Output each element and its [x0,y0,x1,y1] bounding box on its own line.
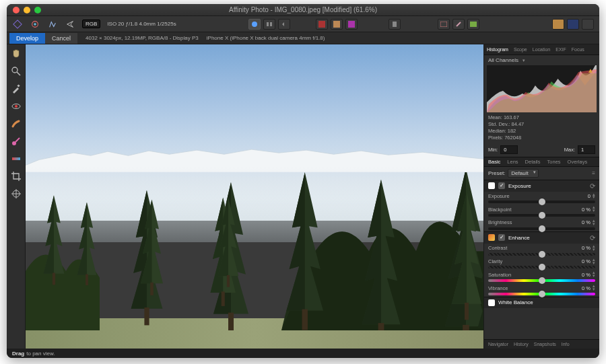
whitebalance-swatch [488,299,495,306]
overlay-toggle-button[interactable] [438,19,450,30]
enhance-panel-header[interactable]: ✓ Enhance ⟳ [484,231,599,244]
tab-focus[interactable]: Focus [572,47,584,52]
vector-icon[interactable] [47,19,58,30]
tab-exif[interactable]: EXIF [556,47,566,52]
tab-info[interactable]: Info [562,342,570,347]
overlay-gradient-button[interactable] [467,19,479,30]
close-window-button[interactable] [13,7,20,13]
slider-thumb[interactable] [539,251,545,258]
stepper-icon[interactable]: ▴▾ [593,193,595,200]
overlay-brush-button[interactable] [452,19,465,30]
enhance-checkbox[interactable]: ✓ [498,234,505,241]
svg-point-3 [252,22,257,27]
svg-rect-6 [318,21,325,28]
minimize-window-button[interactable] [24,7,30,13]
enhance-contrast-slider[interactable] [488,253,595,256]
develop-button[interactable]: Develop [9,33,45,44]
mirror-view-button[interactable] [263,19,275,30]
overlay-paint-tool-icon[interactable] [9,135,23,148]
exposure-reset-icon[interactable]: ⟳ [590,182,595,190]
enhance-vibrance-slider[interactable] [488,293,595,295]
blemish-tool-icon[interactable] [9,117,23,131]
slider-thumb[interactable] [539,264,545,270]
slider-thumb[interactable] [539,291,545,297]
before-after-split-button[interactable] [248,19,261,30]
shadow-clip-button[interactable] [316,19,328,30]
svg-rect-8 [348,21,355,28]
stepper-icon[interactable]: ▴▾ [593,219,595,226]
tab-scope[interactable]: Scope [514,47,527,52]
slider-thumb[interactable] [539,277,545,284]
enhance-saturation-value: 0 % [582,272,591,278]
redeye-tool-icon[interactable] [9,100,23,113]
stepper-icon[interactable]: ▴▾ [593,206,595,213]
subtab-overlays[interactable]: Overlays [568,159,588,165]
max-value-field[interactable]: 1 [578,145,595,154]
enhance-vibrance-label: Vibrance [488,285,508,291]
share-icon[interactable] [65,19,75,30]
subtab-tones[interactable]: Tones [547,159,561,165]
exposure-checkbox[interactable]: ✓ [498,182,505,189]
slider-thumb[interactable] [539,212,545,219]
crop-tool-icon[interactable] [9,170,23,183]
highlight-clip-button[interactable] [331,19,343,30]
color-format-pill[interactable]: RGB [82,20,100,28]
svg-rect-18 [12,157,20,160]
slider-thumb[interactable] [539,198,545,205]
slider-thumb[interactable] [539,225,545,232]
enhance-saturation-slider[interactable] [488,279,595,282]
min-value-field[interactable]: 0 [500,145,518,154]
hand-tool-icon[interactable] [9,47,23,61]
enhance-vibrance-row: Vibrance0 %▴▾ [484,283,599,297]
tab-location[interactable]: Location [533,47,550,52]
exposure-panel-header[interactable]: ✓ Exposure ⟳ [484,180,599,192]
image-canvas[interactable] [26,44,483,349]
tab-history[interactable]: History [514,342,529,347]
enhance-title: Enhance [508,235,590,241]
exposure-blackpoint-slider[interactable] [488,214,595,217]
clip-warning-icon: ▲ [587,67,594,74]
enhance-clarity-slider[interactable] [488,266,595,268]
stepper-icon[interactable]: ▴▾ [593,285,595,291]
enhance-saturation-label: Saturation [488,272,511,278]
persona-photo-icon[interactable] [12,19,23,30]
tab-histogram[interactable]: Histogram [487,47,508,52]
tone-clip-button[interactable] [345,19,358,30]
subtab-basic[interactable]: Basic [488,159,500,165]
panel-3-button[interactable] [582,19,594,30]
titlebar: Affinity Photo - IMG_0080.jpeg [Modified… [7,4,599,16]
preset-dropdown[interactable]: Default [508,169,538,178]
maximize-window-button[interactable] [34,7,41,13]
lens-icon[interactable] [30,19,40,30]
stepper-icon[interactable]: ▴▾ [593,258,595,265]
svg-point-2 [34,23,36,26]
whitebalance-panel-header[interactable]: White Balance [484,297,599,308]
tab-navigator[interactable]: Navigator [488,342,508,347]
subtab-details[interactable]: Details [525,159,541,165]
tab-snapshots[interactable]: Snapshots [534,342,556,347]
whitebalance-title: White Balance [498,299,595,305]
panel-1-button[interactable] [552,19,564,30]
exposure-exposure-label: Exposure [488,193,510,199]
exposure-exposure-slider[interactable] [488,201,595,203]
panel-2-button[interactable] [567,19,579,30]
enhance-saturation-row: Saturation0 %▴▾ [484,270,599,283]
overlay-gradient-tool-icon[interactable] [9,152,23,166]
subtab-lens[interactable]: Lens [507,159,518,165]
sync-view-button[interactable] [278,19,290,30]
eyedropper-tool-icon[interactable] [9,82,23,96]
exposure-blackpoint-value: 0 % [582,207,591,213]
svg-line-13 [17,72,20,75]
histogram-plot[interactable]: ▲ [487,65,597,112]
svg-marker-0 [13,20,22,28]
enhance-contrast-label: Contrast [488,245,507,251]
enhance-reset-icon[interactable]: ⟳ [590,234,595,242]
stepper-icon[interactable]: ▴▾ [593,245,595,252]
stepper-icon[interactable]: ▴▾ [593,271,595,278]
cancel-button[interactable]: Cancel [45,33,77,44]
whitebalance-tool-icon[interactable] [9,187,23,201]
exposure-brightness-slider[interactable] [488,227,595,230]
preset-menu-icon[interactable]: ≡ [592,170,595,176]
zoom-tool-icon[interactable] [9,65,23,78]
single-view-button[interactable] [389,19,401,30]
